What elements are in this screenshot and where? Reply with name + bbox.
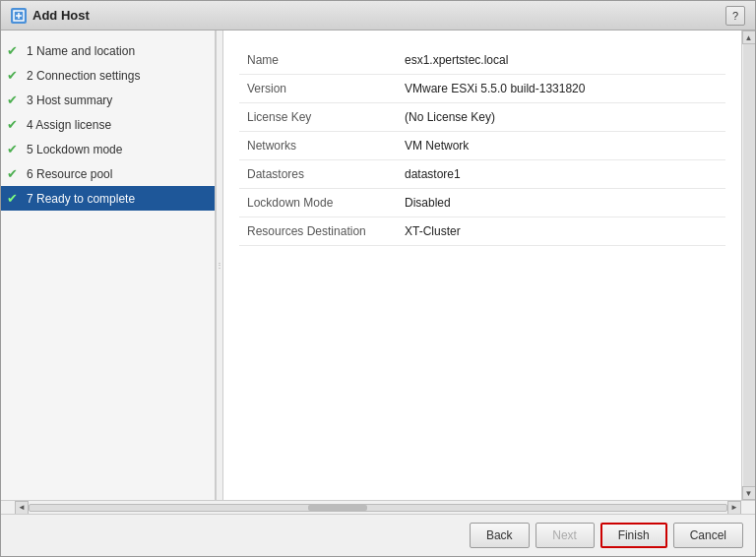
sidebar-item-step2[interactable]: ✔ 2 Connection settings	[1, 63, 215, 88]
table-row: Version VMware ESXi 5.5.0 build-1331820	[239, 75, 725, 103]
next-button[interactable]: Next	[536, 523, 595, 548]
sidebar-item-label-7: 7 Ready to complete	[27, 192, 135, 206]
sidebar-item-label-1: 1 Name and location	[27, 44, 135, 58]
add-host-window: Add Host ? ✔ 1 Name and location ✔ 2 Con…	[0, 0, 756, 557]
check-icon-3: ✔	[7, 93, 23, 107]
divider[interactable]: ⋮	[216, 31, 223, 500]
window-title: Add Host	[32, 8, 90, 23]
table-row: Datastores datastore1	[239, 160, 725, 189]
table-row: Lockdown Mode Disabled	[239, 189, 725, 217]
row-value: datastore1	[397, 160, 725, 189]
scrollbar-thumb[interactable]	[308, 505, 367, 511]
sidebar-item-step1[interactable]: ✔ 1 Name and location	[1, 38, 215, 63]
row-value: (No License Key)	[397, 103, 725, 132]
row-value: VM Network	[397, 132, 725, 160]
panel-with-scroll: Name esx1.xpertstec.local Version VMware…	[223, 31, 755, 500]
right-scrollbar: ▲ ▼	[741, 31, 755, 500]
title-bar-left: Add Host	[11, 8, 90, 24]
finish-button[interactable]: Finish	[600, 523, 667, 548]
sidebar-item-step4[interactable]: ✔ 4 Assign license	[1, 112, 215, 137]
sidebar-item-label-4: 4 Assign license	[27, 118, 111, 132]
title-bar: Add Host ?	[1, 1, 755, 31]
summary-table: Name esx1.xpertstec.local Version VMware…	[239, 46, 725, 246]
scroll-left-button[interactable]: ◄	[15, 501, 29, 515]
table-row: Networks VM Network	[239, 132, 725, 160]
table-row: Name esx1.xpertstec.local	[239, 46, 725, 75]
main-panel: Name esx1.xpertstec.local Version VMware…	[223, 31, 741, 500]
row-label: Networks	[239, 132, 397, 160]
button-bar: Back Next Finish Cancel	[1, 514, 755, 556]
horizontal-scrollbar: ◄ ►	[1, 500, 755, 514]
sidebar-item-step5[interactable]: ✔ 5 Lockdown mode	[1, 137, 215, 161]
sidebar-item-label-6: 6 Resource pool	[27, 167, 112, 181]
sidebar-item-label-5: 5 Lockdown mode	[27, 143, 122, 156]
scroll-right-button[interactable]: ►	[727, 501, 741, 515]
sidebar-item-step7[interactable]: ✔ 7 Ready to complete	[1, 186, 215, 211]
row-value: Disabled	[397, 189, 725, 217]
window-icon	[11, 8, 27, 24]
check-icon-2: ✔	[7, 68, 23, 83]
sidebar-item-label-3: 3 Host summary	[27, 93, 112, 107]
row-label: Lockdown Mode	[239, 189, 397, 217]
row-label: Version	[239, 75, 397, 103]
sidebar: ✔ 1 Name and location ✔ 2 Connection set…	[1, 31, 216, 500]
row-label: Datastores	[239, 160, 397, 189]
row-label: Name	[239, 46, 397, 75]
title-bar-controls: ?	[725, 6, 745, 26]
check-icon-7: ✔	[7, 191, 23, 206]
check-icon-6: ✔	[7, 166, 23, 181]
main-content: Name esx1.xpertstec.local Version VMware…	[223, 31, 741, 500]
cancel-button[interactable]: Cancel	[673, 523, 743, 548]
scroll-down-button[interactable]: ▼	[742, 486, 756, 500]
sidebar-item-step6[interactable]: ✔ 6 Resource pool	[1, 161, 215, 186]
help-button[interactable]: ?	[725, 6, 745, 26]
check-icon-4: ✔	[7, 117, 23, 132]
sidebar-item-label-2: 2 Connection settings	[27, 69, 140, 83]
row-value: esx1.xpertstec.local	[397, 46, 725, 75]
table-row: Resources Destination XT-Cluster	[239, 217, 725, 246]
row-label: License Key	[239, 103, 397, 132]
back-button[interactable]: Back	[470, 523, 530, 548]
scroll-track	[743, 44, 755, 486]
table-row: License Key (No License Key)	[239, 103, 725, 132]
scroll-up-button[interactable]: ▲	[742, 31, 756, 44]
row-value: VMware ESXi 5.5.0 build-1331820	[397, 75, 725, 103]
scrollbar-track	[29, 504, 727, 512]
check-icon-1: ✔	[7, 43, 23, 58]
check-icon-5: ✔	[7, 142, 23, 156]
row-label: Resources Destination	[239, 217, 397, 246]
content-area: ✔ 1 Name and location ✔ 2 Connection set…	[1, 31, 755, 500]
row-value: XT-Cluster	[397, 217, 725, 246]
sidebar-item-step3[interactable]: ✔ 3 Host summary	[1, 88, 215, 112]
